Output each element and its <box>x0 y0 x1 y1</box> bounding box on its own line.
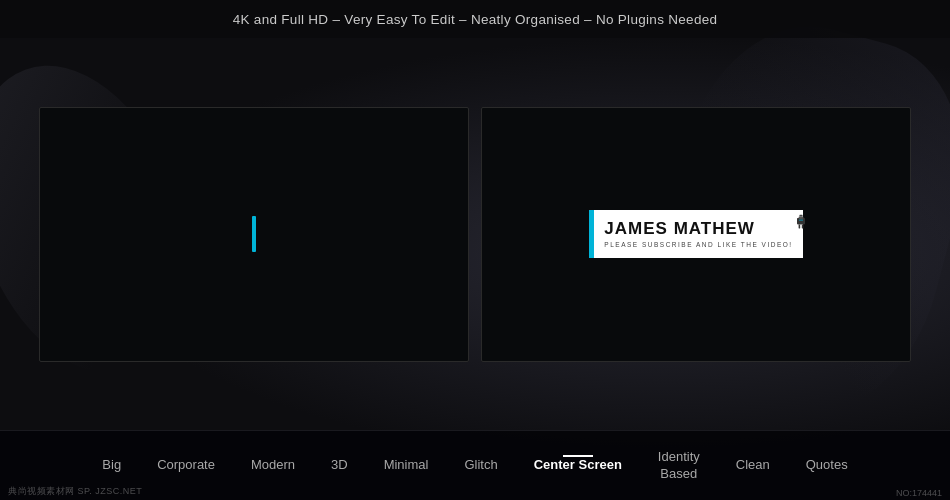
nav-item-quotes[interactable]: Quotes <box>788 457 866 474</box>
nav-label-clean: Clean <box>736 457 770 474</box>
top-banner: 4K and Full HD – Very Easy To Edit – Nea… <box>0 0 950 38</box>
nav-item-corporate[interactable]: Corporate <box>139 457 233 474</box>
nav-label-3d: 3D <box>331 457 348 474</box>
nameplate-name: JAMES MATHEW <box>604 220 792 239</box>
nav-item-identity-based[interactable]: IdentityBased <box>640 449 718 483</box>
corner-id: NO:174441 <box>896 488 942 498</box>
nav-item-center-screen[interactable]: Center Screen <box>516 457 640 474</box>
svg-rect-5 <box>799 220 800 221</box>
nameplate-content: JAMES MATHEW PLEASE SUBSCRIBE AND LIKE T… <box>594 216 802 252</box>
nav-item-clean[interactable]: Clean <box>718 457 788 474</box>
nav-item-modern[interactable]: Modern <box>233 457 313 474</box>
nav-label-identity-based: IdentityBased <box>658 449 700 483</box>
nameplate: JAMES MATHEW PLEASE SUBSCRIBE AND LIKE T… <box>589 210 802 258</box>
svg-rect-4 <box>801 224 803 228</box>
cursor-bar <box>252 216 256 252</box>
preview-panel-left[interactable] <box>39 107 469 362</box>
nav-label-modern: Modern <box>251 457 295 474</box>
preview-panel-right[interactable]: JAMES MATHEW PLEASE SUBSCRIBE AND LIKE T… <box>481 107 911 362</box>
nav-label-center-screen: Center Screen <box>534 457 622 474</box>
svg-rect-3 <box>798 224 800 228</box>
nav-label-minimal: Minimal <box>384 457 429 474</box>
main-content: JAMES MATHEW PLEASE SUBSCRIBE AND LIKE T… <box>0 38 950 430</box>
nav-label-quotes: Quotes <box>806 457 848 474</box>
nav-item-big[interactable]: Big <box>84 457 139 474</box>
nav-label-big: Big <box>102 457 121 474</box>
nav-label-glitch: Glitch <box>464 457 497 474</box>
nameplate-icon <box>793 214 809 230</box>
top-banner-text: 4K and Full HD – Very Easy To Edit – Nea… <box>233 12 718 27</box>
nav-item-glitch[interactable]: Glitch <box>446 457 515 474</box>
nav-item-3d[interactable]: 3D <box>313 457 366 474</box>
watermark-text: 典尚视频素材网 SP. JZSC.NET <box>8 485 142 498</box>
nameplate-subtitle: PLEASE SUBSCRIBE AND LIKE THE VIDEO! <box>604 241 792 248</box>
nav-item-minimal[interactable]: Minimal <box>366 457 447 474</box>
svg-rect-6 <box>801 220 802 221</box>
nav-label-corporate: Corporate <box>157 457 215 474</box>
bottom-navigation: Big Corporate Modern 3D Minimal Glitch C… <box>0 430 950 500</box>
svg-rect-0 <box>797 218 805 224</box>
svg-rect-2 <box>799 215 802 217</box>
svg-rect-1 <box>798 216 803 218</box>
